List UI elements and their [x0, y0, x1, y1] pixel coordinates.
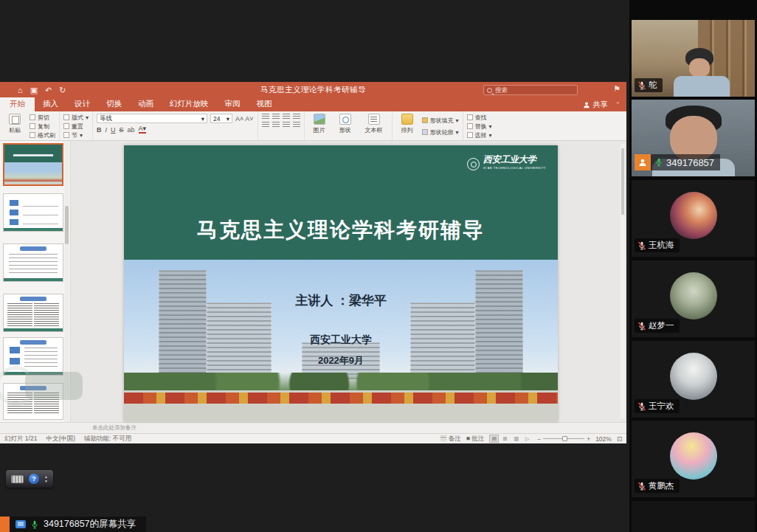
layout-button[interactable]: 版式▾ — [63, 114, 89, 121]
tab-home[interactable]: 开始 — [0, 97, 35, 111]
numbering-button[interactable] — [272, 114, 280, 120]
shape-outline-icon — [422, 129, 428, 135]
bullets-button[interactable] — [262, 114, 269, 120]
zoom-in-button[interactable]: + — [587, 435, 590, 443]
format-painter-button[interactable]: 格式刷 — [30, 131, 55, 139]
slide-canvas: 马克思主义理论学科考研辅导 西安工业大学 XI'AN TECHNOLOGICAL… — [71, 141, 626, 422]
comments-toggle[interactable]: ■ 批注 — [466, 435, 485, 443]
arrange-button[interactable]: 排列 — [396, 114, 418, 134]
campus-photo: 主讲人 ：梁华平 西安工业大学 2022年9月 — [124, 260, 558, 421]
participants-sidebar: 鸵 349176857 王杭海 — [629, 0, 757, 532]
bold-button[interactable]: B — [97, 126, 102, 134]
slide-thumbnail-4[interactable] — [3, 294, 63, 332]
reset-button[interactable]: 重置 — [63, 122, 89, 130]
text-shadow-button[interactable]: ab — [128, 126, 135, 134]
microphone-muted-icon — [637, 482, 646, 491]
underline-button[interactable]: U — [111, 126, 116, 134]
slide-thumbnail-1[interactable] — [3, 143, 63, 186]
tab-animations[interactable]: 动画 — [130, 97, 162, 111]
slideshow-view-button[interactable]: ▷ — [522, 435, 532, 443]
replace-button[interactable]: 替换▾ — [467, 122, 492, 130]
participant-tile-3[interactable]: 王杭海 — [632, 180, 755, 257]
slide-title: 马克思主义理论学科考研辅导 — [124, 216, 558, 244]
picture-button[interactable]: 图片 — [308, 114, 331, 134]
notes-toggle[interactable]: ▤ 备注 — [440, 435, 461, 443]
slide-thumbnail-3[interactable] — [3, 243, 63, 282]
participant-tile-4[interactable]: 赵梦一 — [632, 260, 755, 337]
language-bar[interactable]: ? ▲▼ — [6, 470, 53, 488]
shape-fill-button[interactable]: 形状填充▾ — [422, 117, 459, 124]
slide-date: 2022年9月 — [124, 354, 558, 367]
italic-button[interactable]: I — [106, 126, 108, 134]
font-color-button[interactable]: A▾ — [139, 125, 147, 134]
tab-insert[interactable]: 插入 — [35, 97, 66, 111]
fit-to-window-button[interactable]: ⊡ — [617, 435, 622, 443]
keyboard-icon[interactable] — [11, 475, 24, 483]
slide-sorter-view-button[interactable]: ⊞ — [500, 435, 510, 443]
flag-icon: ⚑ — [613, 84, 621, 94]
help-icon[interactable]: ? — [29, 474, 39, 484]
member-badge-icon — [635, 154, 651, 170]
accessibility-status[interactable]: 辅助功能: 不可用 — [84, 435, 131, 443]
textbox-button[interactable]: 文本框 — [360, 114, 388, 134]
participant-tile-1[interactable]: 鸵 — [632, 20, 755, 97]
ppt-ribbon: 粘贴 剪切 复制 格式刷 版式▾ 重置 节▾ — [0, 111, 626, 141]
microphone-on-icon — [30, 520, 39, 529]
tab-slideshow[interactable]: 幻灯片放映 — [162, 97, 217, 111]
tab-transitions[interactable]: 切换 — [98, 97, 130, 111]
find-button[interactable]: 查找 — [467, 114, 492, 121]
grow-shrink-font-buttons[interactable]: A˄ A˅ — [235, 115, 254, 122]
slide-thumbnail-5[interactable] — [3, 337, 63, 376]
slide-thumbnail-panel — [0, 141, 71, 422]
paste-button[interactable]: 粘贴 — [4, 114, 26, 134]
zoom-level[interactable]: 102% — [595, 435, 612, 443]
ppt-title-bar: ⌂ ▣ ↶ ↻ 马克思主义理论学科考研辅导 ⚑ — [0, 82, 626, 98]
participant-name-badge: 赵梦一 — [635, 319, 680, 333]
align-center-button[interactable] — [272, 122, 280, 128]
participant-tile-7-partial[interactable] — [632, 501, 755, 532]
zoom-slider[interactable]: − + — [537, 435, 590, 443]
indent-button[interactable] — [283, 114, 290, 120]
layout-icon — [63, 114, 69, 120]
participant-name-badge: 349176857 — [635, 154, 720, 170]
select-button[interactable]: 选择▾ — [467, 131, 492, 139]
tab-review[interactable]: 审阅 — [217, 97, 249, 111]
shape-outline-button[interactable]: 形状轮廓▾ — [422, 128, 459, 136]
normal-view-button[interactable]: ▤ — [489, 435, 499, 443]
avatar — [670, 353, 717, 400]
font-name-combo[interactable]: 等线▾ — [97, 114, 207, 123]
section-button[interactable]: 节▾ — [63, 131, 89, 139]
tab-design[interactable]: 设计 — [66, 97, 98, 111]
participant-tile-6[interactable]: 黄鹏杰 — [632, 421, 755, 497]
language-indicator[interactable]: 中文(中国) — [46, 435, 75, 443]
reading-view-button[interactable]: ▥ — [511, 435, 521, 443]
canvas-scrollbar[interactable] — [621, 144, 625, 419]
tab-view[interactable]: 视图 — [249, 97, 280, 111]
slide-thumbnail-6[interactable] — [3, 383, 63, 420]
participant-tile-5[interactable]: 王宁欢 — [632, 341, 755, 418]
ribbon-search-box[interactable] — [483, 85, 578, 95]
person-add-icon — [583, 101, 590, 108]
font-size-combo[interactable]: 24▾ — [210, 114, 232, 123]
slide-thumbnail-2[interactable] — [3, 193, 63, 232]
thumbnail-scrollbar[interactable] — [64, 141, 69, 422]
search-input[interactable] — [495, 86, 569, 94]
strikethrough-button[interactable]: S — [120, 126, 124, 134]
section-icon — [63, 132, 69, 138]
share-button[interactable]: 共享 — [583, 100, 607, 110]
line-spacing-button[interactable] — [293, 114, 300, 120]
align-left-button[interactable] — [262, 122, 269, 128]
cut-button[interactable]: 剪切 — [30, 114, 55, 121]
collapse-ribbon-icon[interactable]: ⌃ — [615, 101, 621, 108]
participant-tile-2-active-speaker[interactable]: 349176857 — [632, 100, 755, 176]
notes-bar[interactable]: 单击此处添加备注 — [0, 422, 626, 433]
slide[interactable]: 马克思主义理论学科考研辅导 西安工业大学 XI'AN TECHNOLOGICAL… — [124, 145, 558, 421]
shapes-button[interactable]: 形状 — [334, 114, 356, 134]
justify-button[interactable] — [293, 122, 300, 128]
langbar-arrows-icon[interactable]: ▲▼ — [44, 475, 48, 483]
view-switcher: ▤ ⊞ ▥ ▷ — [489, 435, 532, 443]
zoom-out-button[interactable]: − — [537, 435, 541, 443]
copy-button[interactable]: 复制 — [30, 122, 55, 130]
align-right-button[interactable] — [283, 122, 290, 128]
screen-share-icon — [15, 520, 26, 528]
